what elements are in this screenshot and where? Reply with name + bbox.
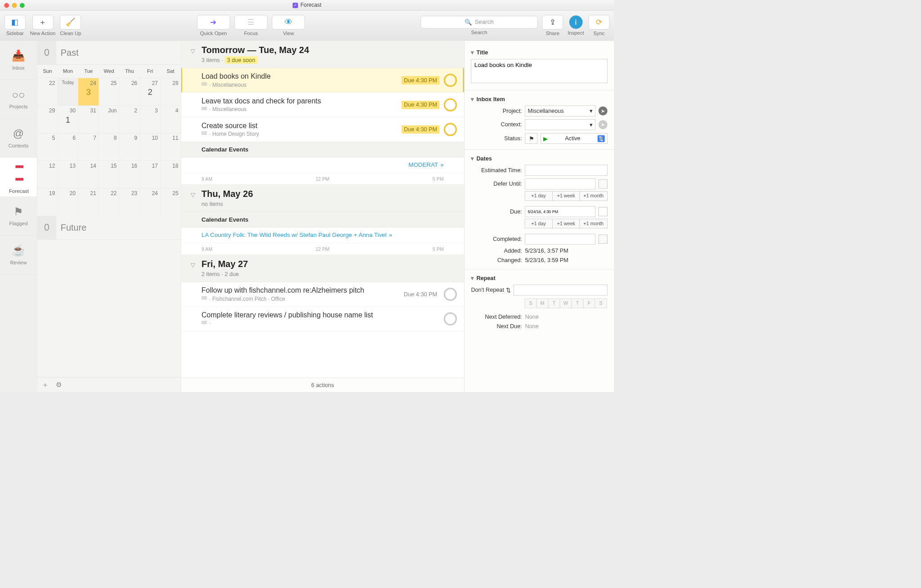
context-select[interactable]: ▾ xyxy=(525,119,595,130)
calendar-day[interactable]: 10 xyxy=(140,134,161,161)
calendar-day[interactable]: 24 xyxy=(140,188,161,216)
calendar-day[interactable]: Jun xyxy=(99,106,120,133)
calendar-day[interactable]: 243 xyxy=(78,78,99,106)
title-field[interactable] xyxy=(471,59,607,83)
calendar-day[interactable]: 20 xyxy=(58,188,78,216)
due-field[interactable] xyxy=(525,206,595,217)
sync-button[interactable]: ⟳ xyxy=(589,15,610,29)
due-plus-week[interactable]: +1 week xyxy=(552,219,580,228)
repeat-value-field[interactable] xyxy=(514,285,607,295)
calendar-day[interactable]: 18 xyxy=(161,161,181,188)
calendar-day[interactable]: 6 xyxy=(58,134,78,161)
sidebar-flagged[interactable]: ⚑Flagged xyxy=(0,196,37,236)
disclosure-icon[interactable]: ▾ xyxy=(471,155,474,162)
sidebar-inbox[interactable]: 📥Inbox xyxy=(0,41,37,80)
calendar-day[interactable]: 21 xyxy=(78,188,99,216)
repeat-mode-select[interactable]: Don't Repeat⇅ xyxy=(471,287,510,294)
projects-icon: ○○ xyxy=(12,88,25,101)
calendar-day[interactable]: 26 xyxy=(120,78,140,106)
zoom-window-button[interactable] xyxy=(20,3,25,8)
task-row[interactable]: Leave tax docs and check for parents · M… xyxy=(181,93,464,117)
calendar-icon[interactable] xyxy=(599,179,608,188)
future-row[interactable]: 0 Future xyxy=(37,216,181,240)
task-checkbox[interactable] xyxy=(444,74,457,87)
disclosure-icon[interactable]: ▽ xyxy=(191,191,195,198)
disclosure-icon[interactable]: ▾ xyxy=(471,49,474,56)
defer-until-field[interactable] xyxy=(525,178,595,189)
calendar-day[interactable]: 13 xyxy=(58,161,78,188)
task-checkbox[interactable] xyxy=(444,98,457,111)
clean-up-button[interactable]: 🧹 xyxy=(60,15,81,29)
due-plus-day[interactable]: +1 day xyxy=(525,219,553,228)
defer-plus-week[interactable]: +1 week xyxy=(552,191,580,200)
repeat-days[interactable]: SMTWTFS xyxy=(525,298,607,308)
task-row[interactable]: Load books on Kindle · MiscellaneousDue … xyxy=(181,68,464,93)
focus-button[interactable]: ☰ xyxy=(234,15,267,29)
calendar-day[interactable]: 25 xyxy=(161,188,181,216)
calendar-day[interactable]: 301 xyxy=(58,106,78,133)
past-row[interactable]: 0 Past xyxy=(37,41,181,65)
calendar-icon[interactable] xyxy=(599,207,608,216)
defer-plus-day[interactable]: +1 day xyxy=(525,191,553,200)
inspect-button[interactable]: i xyxy=(569,15,583,29)
completed-field[interactable] xyxy=(525,234,595,245)
task-row[interactable]: Create source list · Home Design StoryDu… xyxy=(181,117,464,142)
sidebar-button[interactable]: ◧ xyxy=(4,15,26,29)
view-button[interactable]: 👁 xyxy=(272,15,305,29)
disclosure-icon[interactable]: ▾ xyxy=(471,96,474,102)
calendar-day[interactable]: 7 xyxy=(78,134,99,161)
task-checkbox[interactable] xyxy=(444,288,457,301)
calendar-event[interactable]: MODERAT» xyxy=(181,157,464,173)
calendar-day[interactable]: 15 xyxy=(99,161,120,188)
calendar-day[interactable]: 19 xyxy=(37,188,58,216)
sidebar-projects[interactable]: ○○Projects xyxy=(0,80,37,119)
task-checkbox[interactable] xyxy=(444,312,457,325)
project-select[interactable]: Miscellaneous▾ xyxy=(525,106,595,116)
close-window-button[interactable] xyxy=(4,3,9,8)
calendar-day[interactable]: 272 xyxy=(140,78,161,106)
calendar-event[interactable]: LA Country Folk: The Wild Reeds w/ Stefa… xyxy=(181,227,464,243)
calendar-day[interactable]: 8 xyxy=(99,134,120,161)
sidebar-contexts[interactable]: @Contexts xyxy=(0,119,37,158)
disclosure-icon[interactable]: ▽ xyxy=(191,47,195,54)
add-button[interactable]: ＋ xyxy=(42,380,49,389)
calendar-day[interactable]: 16 xyxy=(120,161,140,188)
quick-open-button[interactable]: ➜ xyxy=(197,15,230,29)
sidebar-forecast[interactable]: ▪▪▪▪▪▪Forecast xyxy=(0,158,37,197)
defer-plus-month[interactable]: +1 month xyxy=(580,191,608,200)
calendar-day[interactable]: 9 xyxy=(120,134,140,161)
calendar-day[interactable]: 12 xyxy=(37,161,58,188)
calendar-day[interactable]: 28 xyxy=(161,78,181,106)
calendar-day[interactable]: 22 xyxy=(99,188,120,216)
calendar-day[interactable]: 31 xyxy=(78,106,99,133)
task-row[interactable]: Complete literary reviews / publishing h… xyxy=(181,307,464,331)
flag-toggle[interactable]: ⚑ xyxy=(525,133,537,144)
calendar-day[interactable]: 5 xyxy=(37,134,58,161)
calendar-day[interactable]: 17 xyxy=(140,161,161,188)
gear-button[interactable]: ⚙︎ xyxy=(56,381,62,388)
task-row[interactable]: Follow up with fishchannel.com re:Alzhei… xyxy=(181,282,464,307)
calendar-day[interactable]: 3 xyxy=(140,106,161,133)
disclosure-icon[interactable]: ▽ xyxy=(191,261,195,268)
goto-project-button[interactable]: ➤ xyxy=(599,107,608,116)
calendar-day[interactable]: 2 xyxy=(120,106,140,133)
calendar-day[interactable]: 23 xyxy=(120,188,140,216)
minimize-window-button[interactable] xyxy=(12,3,17,8)
due-plus-month[interactable]: +1 month xyxy=(580,219,608,228)
calendar-day[interactable]: 14 xyxy=(78,161,99,188)
search-field[interactable]: 🔍Search xyxy=(421,16,538,28)
calendar-day[interactable]: 11 xyxy=(161,134,181,161)
estimated-time-field[interactable] xyxy=(525,165,607,176)
calendar-icon[interactable] xyxy=(599,235,608,244)
sidebar-review[interactable]: ☕Review xyxy=(0,236,37,275)
calendar-day[interactable]: 22 xyxy=(37,78,58,106)
calendar-day[interactable]: 25 xyxy=(99,78,120,106)
calendar-day[interactable]: 4 xyxy=(161,106,181,133)
status-select[interactable]: ▶ Active⇅ xyxy=(541,133,608,144)
share-button[interactable]: ⇪ xyxy=(542,15,563,29)
task-checkbox[interactable] xyxy=(444,123,457,136)
calendar-day[interactable]: 29 xyxy=(37,106,58,133)
calendar-day[interactable]: Today xyxy=(58,78,78,106)
new-action-button[interactable]: ＋ xyxy=(32,15,54,29)
disclosure-icon[interactable]: ▾ xyxy=(471,275,474,281)
